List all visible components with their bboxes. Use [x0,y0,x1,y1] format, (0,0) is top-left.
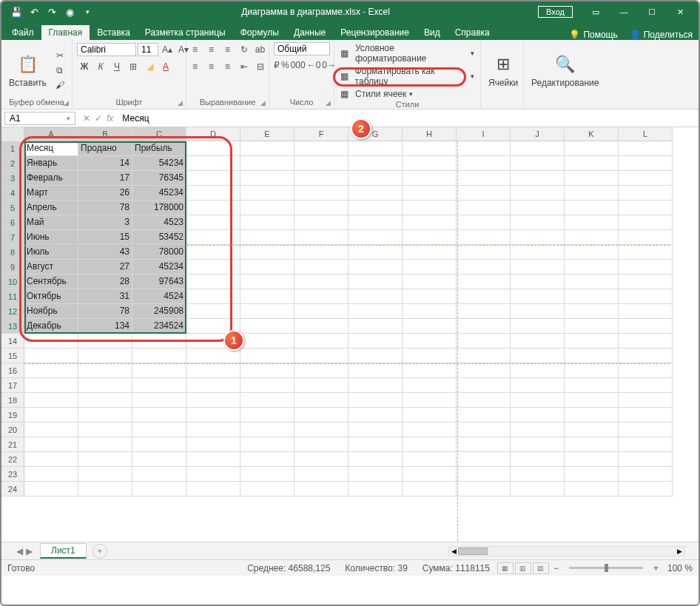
cell[interactable] [511,482,565,496]
cell[interactable] [240,171,295,186]
cell[interactable] [186,215,240,230]
cell[interactable]: 134 [78,319,132,334]
cell[interactable] [403,437,457,452]
col-header[interactable]: L [619,127,673,141]
cell[interactable] [295,260,349,275]
cell[interactable]: 45234 [132,260,186,275]
cell[interactable]: 43 [78,245,132,260]
cell[interactable] [457,215,511,230]
cell[interactable] [240,215,295,230]
row-header[interactable]: 14 [1,334,24,349]
cell[interactable] [295,201,349,215]
cell[interactable] [24,378,78,393]
cell[interactable] [240,201,295,215]
cell[interactable] [619,245,673,260]
cell[interactable]: Ноябрь [24,304,78,319]
cell[interactable] [295,408,349,422]
cell[interactable] [457,319,511,334]
cell[interactable] [565,275,619,289]
cell[interactable] [511,393,565,408]
number-format-selector[interactable]: Общий [274,42,330,55]
undo-icon[interactable]: ↶ [28,6,40,18]
cell[interactable] [186,275,240,289]
zoom-slider[interactable] [569,567,643,569]
row-header[interactable]: 10 [1,275,24,289]
cell[interactable] [132,437,186,452]
cancel-formula-icon[interactable]: ✕ [83,113,90,124]
cell[interactable]: 15 [78,230,132,245]
cell[interactable] [186,245,240,260]
row-header[interactable]: 1 [1,141,24,156]
row-header[interactable]: 11 [1,289,24,304]
align-middle-icon[interactable]: ≡ [204,42,219,57]
format-painter-icon[interactable]: 🖌 [53,78,67,92]
tab-view[interactable]: Вид [417,25,448,40]
cell[interactable] [240,334,295,349]
cell[interactable]: 4524 [132,289,186,304]
cell[interactable] [295,230,349,245]
cell[interactable] [349,245,403,260]
cell[interactable]: Декабрь [24,319,78,334]
cell[interactable] [186,363,240,378]
sheet-nav-next-icon[interactable]: ▶ [26,546,33,556]
cell[interactable] [403,408,457,422]
cell[interactable] [295,245,349,260]
cell[interactable] [511,422,565,437]
cell[interactable] [403,215,457,230]
cell[interactable] [240,186,295,201]
cell[interactable] [619,260,673,275]
cell[interactable] [511,289,565,304]
cell[interactable] [403,260,457,275]
tab-review[interactable]: Рецензирование [333,25,417,40]
cell[interactable] [511,215,565,230]
cell[interactable] [619,422,673,437]
cell[interactable]: Февраль [24,171,78,186]
cell[interactable] [619,215,673,230]
cell[interactable] [349,349,403,363]
cell[interactable] [565,437,619,452]
cell[interactable] [78,437,132,452]
cell[interactable]: Месяц [24,141,78,156]
cell[interactable] [78,393,132,408]
cell[interactable] [619,156,673,171]
cell[interactable] [295,304,349,319]
cell[interactable] [565,393,619,408]
cell[interactable]: Октябрь [24,289,78,304]
tab-data[interactable]: Данные [286,25,333,40]
zoom-in-button[interactable]: + [649,563,663,573]
bold-button[interactable]: Ж [77,59,92,74]
comma-icon[interactable]: 000 [291,58,306,73]
increase-decimal-icon[interactable]: ←0 [307,58,321,73]
row-header[interactable]: 19 [1,408,24,422]
cell[interactable] [457,156,511,171]
cell[interactable] [295,215,349,230]
align-top-icon[interactable]: ≡ [188,42,203,57]
cell[interactable] [511,408,565,422]
cell[interactable] [457,201,511,215]
tab-page-layout[interactable]: Разметка страницы [138,25,233,40]
cell[interactable] [349,467,403,482]
cell[interactable]: Июнь [24,230,78,245]
cell[interactable]: 76345 [132,171,186,186]
cell[interactable] [619,452,673,467]
cell[interactable] [349,289,403,304]
cell[interactable] [186,422,240,437]
cell[interactable] [240,260,295,275]
cell[interactable] [565,230,619,245]
cell[interactable] [186,378,240,393]
cell[interactable] [619,349,673,363]
cell[interactable] [457,482,511,496]
cell[interactable] [349,482,403,496]
cell[interactable] [132,408,186,422]
cell[interactable] [511,186,565,201]
cell[interactable] [295,363,349,378]
cell[interactable] [565,363,619,378]
cell[interactable] [240,319,295,334]
cell[interactable] [457,289,511,304]
cell[interactable] [511,319,565,334]
tab-help[interactable]: Справка [448,25,497,40]
cell[interactable] [403,334,457,349]
cell[interactable] [78,452,132,467]
cell[interactable] [565,245,619,260]
row-header[interactable]: 7 [1,230,24,245]
